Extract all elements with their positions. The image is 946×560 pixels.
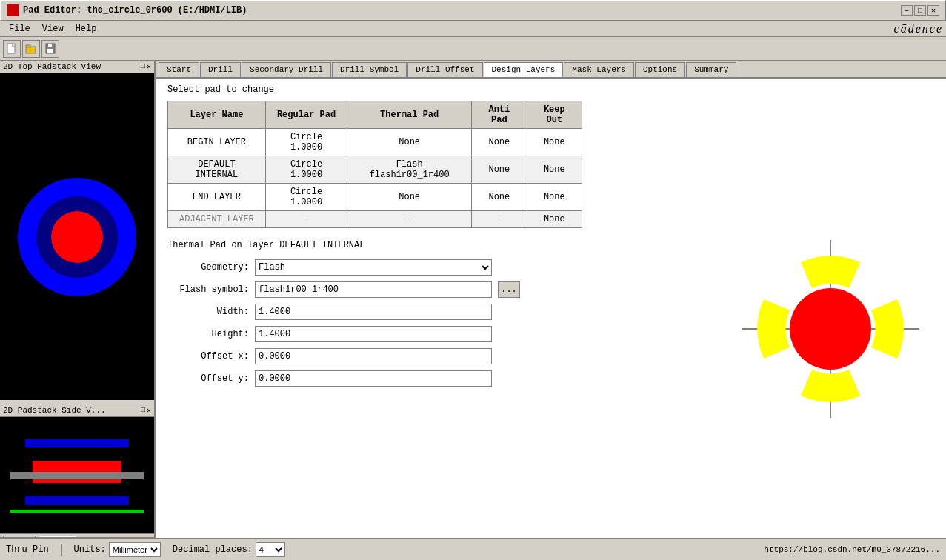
units-select[interactable]: Millimeter Inch bbox=[109, 542, 161, 557]
status-url: https://blog.csdn.net/m0_37872216... bbox=[764, 545, 940, 554]
close-button[interactable]: ✕ bbox=[927, 5, 939, 16]
width-input[interactable] bbox=[255, 304, 492, 320]
offset-y-input[interactable] bbox=[255, 370, 492, 387]
menu-help[interactable]: Help bbox=[70, 22, 103, 36]
tab-options[interactable]: Options bbox=[635, 62, 685, 77]
tab-drill[interactable]: Drill bbox=[200, 62, 241, 77]
save-button[interactable] bbox=[41, 40, 59, 58]
right-panel: Start Drill Secondary Drill Drill Symbol… bbox=[156, 61, 946, 538]
main-layout: 2D Top Padstack View □ ✕ 2D Padstack Sid… bbox=[0, 61, 946, 538]
tab-front[interactable]: Front bbox=[39, 536, 76, 538]
top-view-panel: 2D Top Padstack View □ ✕ bbox=[0, 61, 154, 404]
tab-start[interactable]: Start bbox=[159, 62, 199, 77]
keepout-end: None bbox=[527, 184, 582, 211]
geometry-row: Geometry: Flash Circle Square Oblong bbox=[167, 259, 712, 276]
circle-inner bbox=[51, 211, 103, 263]
geometry-label: Geometry: bbox=[167, 262, 249, 273]
tab-design-layers[interactable]: Design Layers bbox=[484, 62, 564, 77]
offset-y-row: Offset y: bbox=[167, 370, 712, 387]
thermal-end: None bbox=[347, 184, 472, 211]
tab-drill-symbol[interactable]: Drill Symbol bbox=[332, 62, 407, 77]
browse-button[interactable]: ... bbox=[498, 281, 520, 298]
thermal-adjacent: - bbox=[347, 211, 472, 228]
open-button[interactable] bbox=[22, 40, 40, 58]
keepout-adjacent: None bbox=[527, 211, 582, 228]
side-view-panel: 2D Padstack Side V... □ ✕ Side Front bbox=[0, 404, 154, 538]
layer-begin: BEGIN LAYER bbox=[168, 129, 266, 156]
layer-default-internal: DEFAULT INTERNAL bbox=[168, 156, 266, 184]
side-view-title: 2D Padstack Side V... bbox=[3, 406, 106, 415]
maximize-button[interactable]: □ bbox=[914, 5, 926, 16]
pad-table: Layer Name Regular Pad Thermal Pad Anti … bbox=[167, 101, 582, 228]
window-controls: – □ ✕ bbox=[901, 5, 939, 16]
toolbar bbox=[0, 37, 946, 61]
offset-x-row: Offset x: bbox=[167, 348, 712, 364]
table-row[interactable]: DEFAULT INTERNAL Circle 1.0000 Flash fla… bbox=[168, 156, 582, 184]
height-label: Height: bbox=[167, 329, 249, 339]
svg-rect-2 bbox=[26, 45, 30, 47]
title-bar: Pad Editor: thc_circle_0r600 (E:/HDMI/LI… bbox=[0, 0, 946, 21]
menu-bar: File View Help cādence bbox=[0, 21, 946, 37]
top-view-title: 2D Top Padstack View bbox=[3, 62, 101, 71]
flash-symbol-input[interactable] bbox=[255, 281, 492, 298]
top-view-maximize[interactable]: □ bbox=[141, 62, 145, 71]
table-row[interactable]: ADJACENT LAYER - - - None bbox=[168, 211, 582, 228]
tab-secondary-drill[interactable]: Secondary Drill bbox=[242, 62, 331, 77]
menu-view[interactable]: View bbox=[36, 22, 70, 36]
col-layer-name: Layer Name bbox=[168, 101, 266, 129]
side-view-close[interactable]: ✕ bbox=[147, 406, 151, 415]
antipad-internal: None bbox=[472, 156, 527, 184]
thermal-begin: None bbox=[347, 129, 472, 156]
window-title: Pad Editor: thc_circle_0r600 (E:/HDMI/LI… bbox=[23, 5, 247, 16]
regular-adjacent: - bbox=[265, 211, 347, 228]
top-view-canvas bbox=[0, 73, 154, 400]
offset-x-input[interactable] bbox=[255, 348, 492, 364]
decimal-select[interactable]: 4 2 3 5 bbox=[256, 542, 285, 557]
minimize-button[interactable]: – bbox=[901, 5, 913, 16]
tab-mask-layers[interactable]: Mask Layers bbox=[564, 62, 634, 77]
menu-items: File View Help bbox=[3, 22, 102, 36]
offset-y-label: Offset y: bbox=[167, 373, 249, 384]
offset-x-label: Offset x: bbox=[167, 351, 249, 361]
decimal-item: Decimal places: 4 2 3 5 bbox=[173, 542, 285, 557]
menu-file[interactable]: File bbox=[3, 22, 36, 36]
side-view-maximize[interactable]: □ bbox=[141, 406, 145, 415]
status-bar: Thru Pin Units: Millimeter Inch Decimal … bbox=[0, 538, 946, 560]
cadence-logo: cādence bbox=[894, 22, 943, 36]
table-row[interactable]: BEGIN LAYER Circle 1.0000 None None None bbox=[168, 129, 582, 156]
keepout-internal: None bbox=[527, 156, 582, 184]
width-label: Width: bbox=[167, 307, 249, 317]
height-input[interactable] bbox=[255, 326, 492, 342]
units-item: Units: Millimeter Inch bbox=[74, 542, 161, 557]
select-pad-label: Select pad to change bbox=[167, 84, 934, 95]
flash-symbol-row: Flash symbol: ... bbox=[167, 281, 712, 298]
tab-side[interactable]: Side bbox=[3, 536, 36, 538]
antipad-begin: None bbox=[472, 129, 527, 156]
svg-rect-5 bbox=[48, 44, 52, 47]
width-row: Width: bbox=[167, 304, 712, 320]
side-view bbox=[10, 431, 144, 520]
antipad-end: None bbox=[472, 184, 527, 211]
new-button[interactable] bbox=[3, 40, 21, 58]
antipad-adjacent: - bbox=[472, 211, 527, 228]
sv-blue-top bbox=[25, 439, 129, 447]
tab-drill-offset[interactable]: Drill Offset bbox=[407, 62, 482, 77]
side-view-header: 2D Padstack Side V... □ ✕ bbox=[0, 404, 154, 417]
form-right bbox=[727, 240, 934, 418]
thermal-internal: Flash flash1r00_1r400 bbox=[347, 156, 472, 184]
regular-begin: Circle 1.0000 bbox=[265, 129, 347, 156]
sv-green-line bbox=[10, 510, 144, 513]
col-keep-out: Keep Out bbox=[527, 101, 582, 129]
regular-end: Circle 1.0000 bbox=[265, 184, 347, 211]
table-row[interactable]: END LAYER Circle 1.0000 None None None bbox=[168, 184, 582, 211]
thermal-preview bbox=[742, 240, 919, 418]
content-area: Select pad to change Layer Name Regular … bbox=[156, 79, 946, 538]
tab-summary[interactable]: Summary bbox=[686, 62, 736, 77]
top-view-close[interactable]: ✕ bbox=[147, 62, 151, 71]
flash-symbol-label: Flash symbol: bbox=[167, 284, 249, 295]
geometry-select[interactable]: Flash Circle Square Oblong bbox=[255, 259, 492, 276]
layer-adjacent: ADJACENT LAYER bbox=[168, 211, 266, 228]
keepout-begin: None bbox=[527, 129, 582, 156]
sv-blue-bot bbox=[25, 496, 129, 505]
pin-type: Thru Pin bbox=[6, 544, 49, 555]
